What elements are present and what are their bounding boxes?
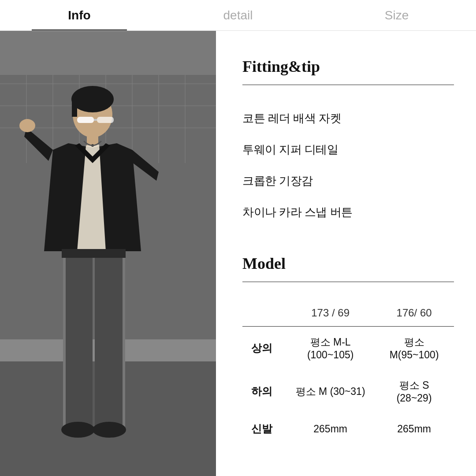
model-section: Model 173 / 69 176/ 60 상의 평소 M-L (100~10… [242, 254, 454, 445]
feature-item-1: 코튼 레더 배색 자켓 [242, 103, 454, 134]
col-header-2: 176/ 60 [374, 300, 454, 327]
model-table: 173 / 69 176/ 60 상의 평소 M-L (100~105) 평소 … [242, 300, 454, 445]
feature-item-3: 크롭한 기장감 [242, 165, 454, 197]
row-shoes-label: 신발 [242, 413, 286, 445]
svg-rect-19 [94, 119, 97, 121]
tab-size[interactable]: Size [317, 0, 476, 30]
tab-size-label: Size [385, 8, 409, 22]
svg-rect-25 [63, 251, 66, 428]
row-shoes-col1: 265mm [286, 413, 374, 445]
svg-rect-27 [62, 249, 126, 258]
tab-navigation: Info detail Size [0, 0, 476, 31]
row-top-col1: 평소 M-L (100~105) [286, 327, 374, 370]
product-image-panel [0, 31, 216, 476]
svg-point-28 [61, 422, 95, 438]
person-illustration [0, 31, 216, 476]
svg-rect-17 [77, 117, 94, 123]
tab-info[interactable]: Info [0, 0, 159, 30]
row-top-col2: 평소 M(95~100) [374, 327, 454, 370]
feature-item-4: 차이나 카라 스냅 버튼 [242, 197, 454, 228]
model-title: Model [242, 254, 454, 273]
row-bottom-col1: 평소 M (30~31) [286, 370, 374, 413]
feature-item-2: 투웨이 지퍼 디테일 [242, 134, 454, 165]
svg-point-15 [71, 86, 114, 112]
svg-rect-24 [95, 251, 123, 428]
svg-point-21 [19, 119, 35, 132]
model-row-shoes: 신발 265mm 265mm [242, 413, 454, 445]
main-content: Fitting&tip 코튼 레더 배색 자켓 투웨이 지퍼 디테일 크롭한 기… [0, 31, 476, 476]
model-table-header: 173 / 69 176/ 60 [242, 300, 454, 327]
fitting-title: Fitting&tip [242, 57, 454, 76]
row-shoes-col2: 265mm [374, 413, 454, 445]
row-bottom-col2: 평소 S (28~29) [374, 370, 454, 413]
svg-rect-18 [97, 117, 114, 123]
svg-point-29 [93, 422, 126, 438]
model-divider [242, 282, 454, 282]
model-row-top: 상의 평소 M-L (100~105) 평소 M(95~100) [242, 327, 454, 370]
svg-rect-26 [123, 251, 125, 428]
model-row-bottom: 하의 평소 M (30~31) 평소 S (28~29) [242, 370, 454, 413]
tab-detail-label: detail [223, 8, 253, 22]
row-top-label: 상의 [242, 327, 286, 370]
col-header-1: 173 / 69 [286, 300, 374, 327]
tab-detail[interactable]: detail [159, 0, 317, 30]
svg-rect-23 [64, 251, 93, 428]
tab-info-label: Info [68, 8, 90, 22]
svg-rect-16 [72, 99, 77, 117]
fitting-divider [242, 85, 454, 85]
feature-list: 코튼 레더 배색 자켓 투웨이 지퍼 디테일 크롭한 기장감 차이나 카라 스냅… [242, 103, 454, 228]
info-panel: Fitting&tip 코튼 레더 배색 자켓 투웨이 지퍼 디테일 크롭한 기… [216, 31, 476, 476]
fitting-section: Fitting&tip 코튼 레더 배색 자켓 투웨이 지퍼 디테일 크롭한 기… [242, 57, 454, 228]
row-bottom-label: 하의 [242, 370, 286, 413]
col-header-label [242, 300, 286, 327]
product-photo [0, 31, 216, 476]
